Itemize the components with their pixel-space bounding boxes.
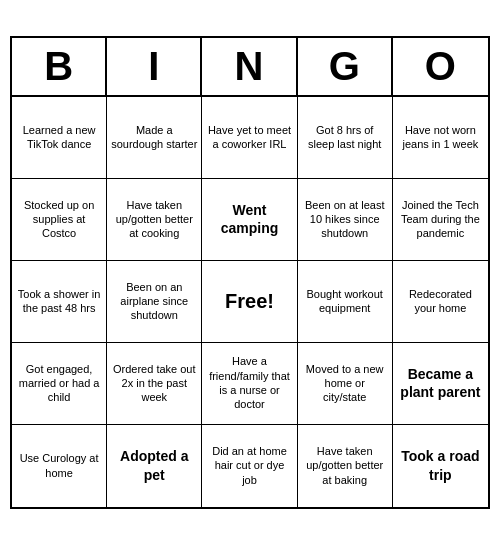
bingo-cell-24[interactable]: Took a road trip [393, 425, 488, 507]
bingo-cell-6[interactable]: Have taken up/gotten better at cooking [107, 179, 202, 261]
bingo-cell-0[interactable]: Learned a new TikTok dance [12, 97, 107, 179]
bingo-letter-b: B [12, 38, 107, 95]
bingo-letter-i: I [107, 38, 202, 95]
bingo-letter-n: N [202, 38, 297, 95]
bingo-cell-8[interactable]: Been on at least 10 hikes since shutdown [298, 179, 393, 261]
bingo-cell-14[interactable]: Redecorated your home [393, 261, 488, 343]
bingo-cell-9[interactable]: Joined the Tech Team during the pandemic [393, 179, 488, 261]
bingo-cell-21[interactable]: Adopted a pet [107, 425, 202, 507]
bingo-letter-o: O [393, 38, 488, 95]
bingo-cell-19[interactable]: Became a plant parent [393, 343, 488, 425]
bingo-cell-4[interactable]: Have not worn jeans in 1 week [393, 97, 488, 179]
bingo-cell-10[interactable]: Took a shower in the past 48 hrs [12, 261, 107, 343]
bingo-cell-2[interactable]: Have yet to meet a coworker IRL [202, 97, 297, 179]
bingo-cell-13[interactable]: Bought workout equipment [298, 261, 393, 343]
bingo-cell-20[interactable]: Use Curology at home [12, 425, 107, 507]
bingo-cell-11[interactable]: Been on an airplane since shutdown [107, 261, 202, 343]
bingo-grid: Learned a new TikTok danceMade a sourdou… [12, 97, 488, 507]
bingo-cell-22[interactable]: Did an at home hair cut or dye job [202, 425, 297, 507]
bingo-cell-18[interactable]: Moved to a new home or city/state [298, 343, 393, 425]
bingo-cell-3[interactable]: Got 8 hrs of sleep last night [298, 97, 393, 179]
bingo-cell-1[interactable]: Made a sourdough starter [107, 97, 202, 179]
bingo-cell-23[interactable]: Have taken up/gotten better at baking [298, 425, 393, 507]
bingo-cell-7[interactable]: Went camping [202, 179, 297, 261]
bingo-cell-15[interactable]: Got engaged, married or had a child [12, 343, 107, 425]
bingo-cell-12[interactable]: Free! [202, 261, 297, 343]
bingo-cell-16[interactable]: Ordered take out 2x in the past week [107, 343, 202, 425]
bingo-cell-17[interactable]: Have a friend/family that is a nurse or … [202, 343, 297, 425]
bingo-header: BINGO [12, 38, 488, 97]
bingo-cell-5[interactable]: Stocked up on supplies at Costco [12, 179, 107, 261]
bingo-letter-g: G [298, 38, 393, 95]
bingo-card: BINGO Learned a new TikTok danceMade a s… [10, 36, 490, 509]
